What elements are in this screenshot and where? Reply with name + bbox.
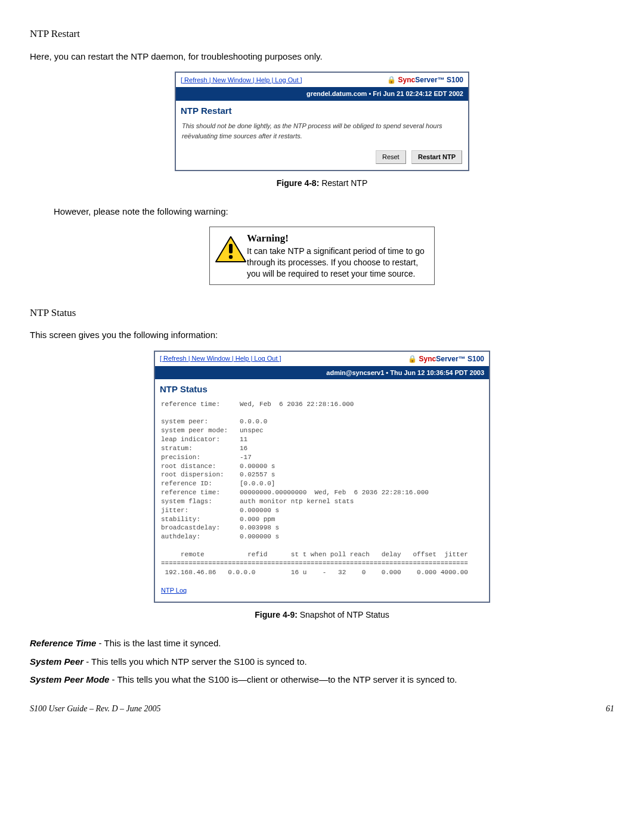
status-bar: admin@syncserv1 • Thu Jun 12 10:36:54 PD… bbox=[155, 366, 489, 380]
page-footer: S100 User Guide – Rev. D – June 2005 61 bbox=[30, 702, 614, 715]
def-sys-peer-text: - This tells you which NTP server the S1… bbox=[83, 656, 307, 667]
restart-note: This should not be done lightly, as the … bbox=[176, 119, 468, 147]
figure-4-9-prefix: Figure 4-9: bbox=[255, 610, 299, 619]
restart-ntp-button[interactable]: Restart NTP bbox=[411, 150, 462, 164]
lock-icon: 🔒 bbox=[408, 355, 417, 363]
status-monospace-block: reference time: Wed, Feb 6 2036 22:28:16… bbox=[161, 400, 483, 577]
screenshot-links: [ Refresh | New Window | Help | Log Out … bbox=[181, 75, 302, 85]
heading-ntp-status: NTP Status bbox=[30, 305, 614, 321]
brand-sync: Sync bbox=[398, 76, 416, 84]
svg-point-2 bbox=[229, 255, 233, 259]
screenshot-links: [ Refresh | New Window | Help | Log Out … bbox=[160, 354, 281, 364]
status-intro: This screen gives you the following info… bbox=[30, 329, 614, 342]
heading-ntp-restart: NTP Restart bbox=[30, 26, 614, 42]
figure-4-8-text: Restart NTP bbox=[321, 178, 367, 188]
definition-system-peer-mode: System Peer Mode - This tells you what t… bbox=[30, 673, 614, 687]
def-ref-time-label: Reference Time bbox=[30, 638, 96, 648]
ntp-log-link[interactable]: NTP Log bbox=[161, 587, 187, 594]
warning-intro: However, please note the following warni… bbox=[54, 205, 614, 219]
screenshot-links-text[interactable]: [ Refresh | New Window | Help | Log Out … bbox=[160, 355, 281, 362]
panel-title: NTP Restart bbox=[176, 101, 468, 119]
brand-server: Server™ bbox=[436, 355, 467, 363]
warning-body: It can take NTP a significant period of … bbox=[247, 246, 429, 280]
figure-4-8-prefix: Figure 4-8: bbox=[277, 178, 321, 188]
warning-title: Warning! bbox=[247, 232, 429, 246]
def-ref-time-text: - This is the last time it synced. bbox=[96, 638, 221, 648]
panel-title: NTP Status bbox=[155, 379, 489, 398]
lock-icon: 🔒 bbox=[387, 76, 396, 84]
screenshot-ntp-restart: [ Refresh | New Window | Help | Log Out … bbox=[175, 72, 469, 171]
footer-left: S100 User Guide – Rev. D – June 2005 bbox=[30, 702, 160, 715]
def-sys-peer-label: System Peer bbox=[30, 656, 83, 667]
figure-4-8-caption: Figure 4-8: Restart NTP bbox=[30, 177, 614, 190]
screenshot-ntp-status: [ Refresh | New Window | Help | Log Out … bbox=[154, 351, 490, 603]
definition-system-peer: System Peer - This tells you which NTP s… bbox=[30, 655, 614, 669]
reset-button[interactable]: Reset bbox=[376, 150, 406, 164]
figure-4-9-text: Snapshot of NTP Status bbox=[300, 610, 389, 619]
brand-model: S100 bbox=[447, 76, 463, 84]
svg-rect-1 bbox=[229, 244, 233, 253]
def-sys-peer-mode-text: - This tells you what the S100 is—client… bbox=[109, 674, 457, 684]
figure-4-9-caption: Figure 4-9: Snapshot of NTP Status bbox=[30, 609, 614, 621]
warning-box: Warning! It can take NTP a significant p… bbox=[209, 227, 435, 285]
screenshot-links-text[interactable]: [ Refresh | New Window | Help | Log Out … bbox=[181, 76, 302, 83]
restart-intro: Here, you can restart the NTP daemon, fo… bbox=[30, 50, 614, 64]
warning-triangle-icon bbox=[215, 236, 247, 264]
status-bar: grendel.datum.com • Fri Jun 21 02:24:12 … bbox=[176, 87, 468, 101]
brand: 🔒SyncServer™ S100 bbox=[387, 75, 463, 85]
def-sys-peer-mode-label: System Peer Mode bbox=[30, 674, 109, 684]
brand-sync: Sync bbox=[419, 355, 436, 363]
brand-server: Server™ bbox=[415, 76, 447, 84]
footer-page-number: 61 bbox=[606, 702, 614, 715]
brand: 🔒SyncServer™ S100 bbox=[408, 354, 484, 364]
brand-model: S100 bbox=[467, 355, 484, 363]
definition-reference-time: Reference Time - This is the last time i… bbox=[30, 637, 614, 650]
